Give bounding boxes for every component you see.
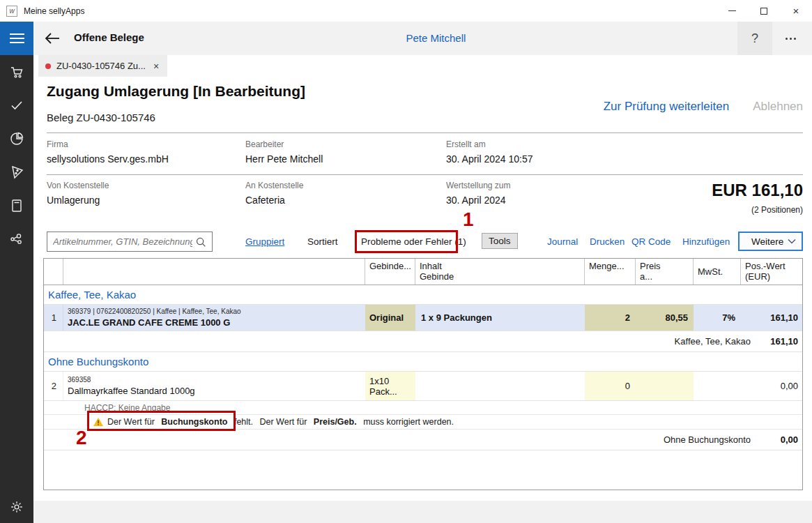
hamburger-icon — [10, 33, 24, 35]
tab-label: ZU-0430-105746 Zu... — [56, 61, 146, 71]
inhalt-cell — [415, 372, 585, 400]
subtotal-value: 161,10 — [751, 336, 802, 347]
gebinde-cell[interactable]: Original — [365, 305, 415, 331]
field-value-von-kostenstelle: Umlagerung — [47, 195, 235, 206]
tools-button[interactable]: Tools — [482, 233, 518, 249]
article-cell: 369379 | 07622400820250 | Kaffee | Kaffe… — [63, 305, 365, 331]
gear-icon — [9, 499, 24, 515]
divider — [47, 174, 803, 175]
maximize-button[interactable] — [748, 0, 780, 22]
position-count: (2 Positionen) — [712, 205, 803, 215]
col-header-gebinde: Gebinde... — [365, 259, 415, 285]
article-meta: 369358 — [68, 376, 361, 384]
menge-cell[interactable]: 0 — [585, 372, 636, 400]
sorted-toggle[interactable]: Sortiert — [307, 236, 338, 247]
sidebar-item-tasks[interactable] — [0, 89, 33, 122]
sidebar-item-cart[interactable] — [0, 55, 33, 89]
sidebar-item-labels[interactable] — [0, 156, 33, 189]
more-actions-dropdown[interactable]: Weitere — [738, 232, 803, 251]
sidebar-item-settings[interactable] — [0, 495, 33, 519]
table-header-row: Gebinde... InhaltGebinde Menge... Preisa… — [44, 259, 802, 285]
sidebar-item-reports[interactable] — [0, 122, 33, 156]
field-value-an-kostenstelle: Cafeteria — [245, 195, 434, 206]
close-icon: × — [793, 6, 799, 16]
sidebar-item-journal[interactable] — [0, 189, 33, 222]
status-strip — [33, 501, 812, 523]
field-value-wertstellung: 30. April 2024 — [446, 195, 634, 206]
forward-for-review-link[interactable]: Zur Prüfung weiterleiten — [604, 100, 729, 114]
menge-cell[interactable]: 2 — [585, 305, 636, 331]
positions-table: Gebinde... InhaltGebinde Menge... Preisa… — [43, 258, 803, 490]
mwst-cell: 7% — [694, 305, 741, 331]
inhalt-cell: 1 x 9 Packungen — [415, 305, 585, 331]
col-header-menge: Menge... — [585, 259, 636, 285]
field-label-bearbeiter: Bearbeiter — [245, 139, 434, 149]
tag-icon — [8, 164, 25, 181]
sidebar — [0, 22, 33, 523]
document-total: EUR 161,10 — [712, 181, 803, 200]
help-button[interactable]: ? — [737, 22, 772, 55]
minimize-icon — [728, 10, 736, 11]
warning-triangle-icon — [93, 418, 103, 426]
back-arrow-icon — [44, 32, 61, 45]
book-icon — [8, 197, 25, 214]
document-number: Beleg ZU-0430-105746 — [47, 112, 155, 123]
col-header-article — [63, 259, 365, 285]
document-tab[interactable]: ZU-0430-105746 Zu... × — [38, 55, 167, 77]
page-header: Offene Belege Pete Mitchell ? — [33, 22, 812, 55]
field-value-firma: sellysolutions Serv.ges.mbH — [47, 153, 235, 165]
qr-code-link[interactable]: QR Code — [631, 236, 671, 247]
share-network-icon — [8, 231, 25, 248]
article-meta: 369379 | 07622400820250 | Kaffee | Kaffe… — [68, 308, 361, 315]
field-label-erstellt-am: Erstellt am — [446, 139, 634, 149]
tab-close-icon[interactable]: × — [152, 61, 160, 71]
table-row[interactable]: 2 369358 Dallmayrkaffee Standard 1000g 1… — [44, 372, 802, 401]
app-logo-icon: w — [6, 6, 17, 17]
group-subtotal-kaffee: Kaffee, Tee, Kakao 161,10 — [44, 331, 802, 352]
print-link[interactable]: Drucken — [590, 236, 625, 247]
document-title: Zugang Umlagerung [In Bearbeitung] — [47, 83, 305, 100]
article-cell: 369358 Dallmayrkaffee Standard 1000g — [63, 372, 365, 400]
subtotal-value: 0,00 — [751, 434, 802, 445]
group-subtotal-ohne-buchungskonto: Ohne Buchungskonto 0,00 — [44, 430, 802, 450]
article-search — [47, 232, 213, 252]
user-name[interactable]: Pete Mitchell — [406, 32, 466, 44]
grouped-toggle[interactable]: Gruppiert — [245, 236, 284, 247]
journal-link[interactable]: Journal — [547, 236, 578, 247]
close-button[interactable]: × — [780, 0, 812, 22]
sidebar-item-share[interactable] — [0, 222, 33, 256]
wert-cell: 161,10 — [741, 305, 802, 331]
article-name: Dallmayrkaffee Standard 1000g — [68, 386, 361, 396]
problems-errors-button[interactable]: Probleme oder Fehler (1) — [361, 236, 466, 247]
col-header-empty1 — [44, 259, 63, 285]
chevron-down-icon — [788, 238, 796, 244]
more-actions-label: Weitere — [751, 236, 783, 247]
check-icon — [8, 97, 25, 114]
minimize-button[interactable] — [716, 0, 748, 22]
field-label-firma: Firma — [47, 139, 235, 149]
back-button[interactable] — [43, 30, 61, 47]
preis-cell[interactable] — [636, 372, 694, 400]
row-number: 2 — [44, 372, 63, 400]
app-window: w Meine sellyApps × — [0, 0, 812, 523]
maximize-icon — [760, 8, 767, 15]
subtotal-label: Kaffee, Tee, Kakao — [44, 336, 751, 347]
window-title: Meine sellyApps — [24, 6, 84, 16]
reject-link: Ablehnen — [753, 100, 803, 114]
group-header-kaffee: Kaffee, Tee, Kakao — [44, 285, 802, 305]
haccp-note: HACCP: Keine Angabe — [44, 401, 802, 415]
article-name: JAC.LE GRAND CAFE CREME 1000 G — [68, 317, 361, 328]
add-link[interactable]: Hinzufügen — [682, 236, 730, 247]
col-header-mwst: MwSt. — [694, 259, 741, 285]
field-value-bearbeiter: Herr Pete Mitchell — [245, 153, 434, 165]
menu-button[interactable] — [0, 22, 33, 55]
page-title: Offene Belege — [74, 31, 144, 43]
validation-warning: Der Wert für Buchungskonto fehlt. Der We… — [44, 415, 802, 430]
search-icon[interactable] — [195, 236, 206, 248]
more-options-button[interactable] — [776, 22, 805, 55]
search-input[interactable] — [47, 236, 195, 247]
table-row[interactable]: 1 369379 | 07622400820250 | Kaffee | Kaf… — [44, 305, 802, 331]
gebinde-cell[interactable]: 1x10 Pack... — [365, 372, 415, 400]
ellipsis-icon — [786, 38, 788, 40]
preis-cell[interactable]: 80,55 — [636, 305, 694, 331]
